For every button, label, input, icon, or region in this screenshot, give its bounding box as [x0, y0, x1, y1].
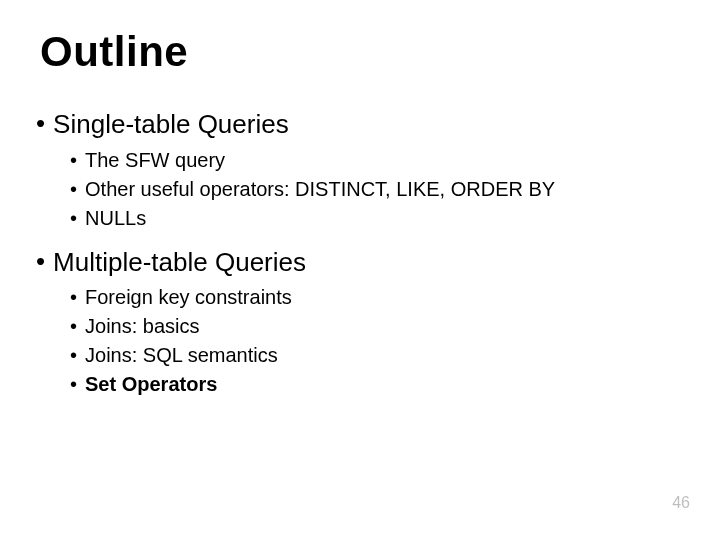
list-item: • Single-table Queries • The SFW query •…: [40, 108, 680, 232]
bullet-icon: •: [70, 313, 77, 340]
list-item: • Multiple-table Queries • Foreign key c…: [40, 246, 680, 399]
bullet-icon: •: [36, 108, 45, 139]
page-number: 46: [672, 494, 690, 512]
bullet-icon: •: [70, 371, 77, 398]
item-label: Single-table Queries: [53, 108, 289, 141]
bullet-icon: •: [36, 246, 45, 277]
bullet-icon: •: [70, 284, 77, 311]
list-item: • Joins: SQL semantics: [70, 342, 680, 369]
list-item: • Foreign key constraints: [70, 284, 680, 311]
sub-list: • Foreign key constraints • Joins: basic…: [70, 284, 680, 398]
item-label: NULLs: [85, 205, 146, 232]
item-label: Joins: SQL semantics: [85, 342, 278, 369]
item-label: Multiple-table Queries: [53, 246, 306, 279]
bullet-icon: •: [70, 342, 77, 369]
slide: Outline • Single-table Queries • The SFW…: [0, 0, 720, 540]
item-label: Foreign key constraints: [85, 284, 292, 311]
list-item: • The SFW query: [70, 147, 680, 174]
slide-title: Outline: [40, 28, 680, 76]
list-item: • Set Operators: [70, 371, 680, 398]
outline-list: • Single-table Queries • The SFW query •…: [40, 108, 680, 398]
list-item: • NULLs: [70, 205, 680, 232]
item-label: Joins: basics: [85, 313, 200, 340]
bullet-icon: •: [70, 176, 77, 203]
bullet-icon: •: [70, 205, 77, 232]
item-label: Set Operators: [85, 371, 217, 398]
bullet-icon: •: [70, 147, 77, 174]
list-item: • Other useful operators: DISTINCT, LIKE…: [70, 176, 680, 203]
list-item: • Joins: basics: [70, 313, 680, 340]
item-label: Other useful operators: DISTINCT, LIKE, …: [85, 176, 555, 203]
item-label: The SFW query: [85, 147, 225, 174]
sub-list: • The SFW query • Other useful operators…: [70, 147, 680, 232]
